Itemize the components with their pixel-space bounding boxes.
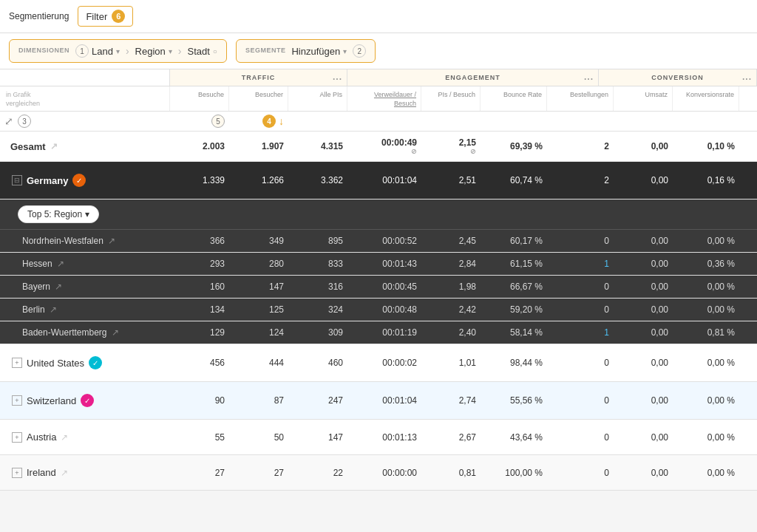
country-alle-pis: 247 — [288, 389, 347, 412]
country-dot: ✓ — [81, 394, 94, 407]
hinzufugen-chevron: ▾ — [343, 47, 347, 55]
country-row: + Austria ↗ 55 50 147 00:01:13 2,67 43,6… — [0, 420, 757, 455]
country-expand[interactable]: + — [12, 395, 22, 406]
col-konversionsrate[interactable]: Konversionsrate — [673, 86, 739, 111]
country-trend[interactable]: ↗ — [61, 468, 68, 478]
country-trend[interactable]: ↗ — [61, 432, 68, 443]
country-konversionsrate: 0,00 % — [673, 352, 739, 374]
region-verweildauer: 00:01:43 — [347, 253, 421, 275]
country-pis-besuch: 1,01 — [421, 352, 481, 374]
data-table: TRAFFIC ··· ENGAGEMENT ··· CONVERSION ··… — [0, 69, 757, 491]
gesamt-label-cell: Gesamt ↗ — [0, 135, 170, 158]
region-verweildauer: 00:01:19 — [347, 321, 421, 344]
group-header-empty — [0, 69, 170, 86]
region-trend[interactable]: ↗ — [55, 282, 62, 292]
dimensions-inner: 1 Land ▾ › Region ▾ › Stadt ○ — [75, 44, 217, 58]
germany-row: ⊟ Germany ✓ 1.339 1.266 3.362 00:01:04 2… — [0, 162, 757, 200]
country-alle-pis: 147 — [288, 426, 347, 449]
empty-sort-2 — [347, 112, 421, 131]
gesamt-pis-besuch: 2,15 ⊘ — [421, 132, 481, 161]
col-bounce-rate[interactable]: Bounce Rate — [481, 86, 547, 111]
germany-expand[interactable]: ⊟ — [12, 175, 22, 185]
traffic-dots[interactable]: ··· — [333, 74, 342, 84]
col-umsatz[interactable]: Umsatz — [614, 86, 673, 111]
col-besuche[interactable]: Besuche — [170, 86, 229, 111]
region-pis-besuch: 1,98 — [421, 276, 481, 298]
gesamt-bounce-rate: 69,39 % — [481, 135, 547, 157]
group-header-row: TRAFFIC ··· ENGAGEMENT ··· CONVERSION ··… — [0, 69, 757, 86]
country-besuche: 55 — [170, 426, 229, 449]
region-row: Hessen ↗ 293 280 833 00:01:43 2,84 61,15… — [0, 253, 757, 276]
segment-num: 2 — [353, 44, 366, 58]
expand-icon[interactable]: ⤢ — [4, 115, 13, 127]
conversion-dots[interactable]: ··· — [742, 74, 752, 84]
dimension-land[interactable]: 1 Land ▾ — [75, 44, 120, 58]
country-expand[interactable]: + — [12, 358, 22, 368]
gesamt-trend[interactable]: ↗ — [50, 141, 58, 151]
region-besucher: 124 — [229, 321, 288, 344]
region-alle-pis: 833 — [288, 253, 347, 275]
region-pis-besuch: 2,40 — [421, 321, 481, 344]
traffic-label: TRAFFIC — [242, 74, 276, 81]
region-row: Bayern ↗ 160 147 316 00:00:45 1,98 66,67… — [0, 276, 757, 299]
top-bar: Segmentierung Filter 6 — [0, 0, 757, 33]
country-row: + Ireland ↗ 27 27 22 00:00:00 0,81 100,0… — [0, 455, 757, 491]
region-trend[interactable]: ↗ — [50, 304, 57, 315]
other-countries: + United States ✓ 456 444 460 00:00:02 1… — [0, 344, 757, 491]
col-pis-besuch[interactable]: PIs / Besuch — [421, 86, 481, 111]
engagement-dots[interactable]: ··· — [584, 74, 594, 84]
country-verweildauer: 00:00:00 — [347, 462, 421, 484]
region-chevron: ▾ — [169, 47, 172, 55]
region-name: Bayern — [22, 282, 50, 292]
region-trend[interactable]: ↗ — [112, 327, 119, 338]
sort-badge-4: 4 ↓ — [262, 115, 284, 128]
col-verweildauer[interactable]: Verweildauer /Besuch — [347, 86, 421, 111]
germany-konversionsrate: 0,16 % — [673, 169, 739, 191]
region-pis-besuch: 2,42 — [421, 299, 481, 321]
sort-badge-5: 5 — [211, 115, 225, 128]
country-bounce-rate: 43,64 % — [481, 426, 547, 449]
region-konversionsrate: 0,00 % — [673, 299, 739, 321]
sort-cell: 5 — [170, 112, 229, 131]
country-bestellungen: 0 — [547, 389, 614, 412]
region-besucher: 125 — [229, 299, 288, 321]
dimension-region[interactable]: Region ▾ — [135, 46, 172, 57]
region-bestellungen: 0 — [547, 276, 614, 298]
region-alle-pis: 895 — [288, 230, 347, 252]
stadt-label: Stadt — [187, 46, 209, 57]
col-bestellungen[interactable]: Bestellungen — [547, 86, 614, 111]
region-verweildauer: 00:00:52 — [347, 230, 421, 252]
country-expand[interactable]: + — [12, 468, 22, 478]
sort-down-arrow[interactable]: ↓ — [279, 115, 284, 127]
expand-sort-row: ⤢ 3 5 4 ↓ — [0, 112, 757, 132]
col-header-row: in Grafikvergleichen Besuche Besucher Al… — [0, 86, 757, 112]
col-besucher[interactable]: Besucher — [229, 86, 288, 111]
dimension-stadt[interactable]: Stadt ○ — [187, 46, 217, 57]
region-name: Baden-Wuerttemberg — [22, 327, 107, 338]
land-label: Land — [92, 46, 113, 57]
region-name: Berlin — [22, 304, 45, 315]
region-besuche: 160 — [170, 276, 229, 298]
country-bounce-rate: 55,56 % — [481, 389, 547, 412]
country-umsatz: 0,00 — [614, 389, 673, 412]
region-trend[interactable]: ↗ — [108, 236, 115, 246]
country-expand[interactable]: + — [12, 432, 22, 443]
segments-label: SEGMENTE — [245, 47, 286, 54]
gesamt-verweildauer: 00:00:49 ⊘ — [347, 132, 421, 161]
region-selector-button[interactable]: Top 5: Region ▾ — [18, 205, 99, 223]
empty-sort-1 — [288, 112, 347, 131]
region-konversionsrate: 0,00 % — [673, 276, 739, 298]
group-header-traffic: TRAFFIC ··· — [170, 69, 347, 86]
col-alle-pis[interactable]: Alle PIs — [288, 86, 347, 111]
region-trend[interactable]: ↗ — [57, 259, 64, 269]
hinzufugen-button[interactable]: Hinzufügen ▾ — [291, 46, 347, 57]
dimensions-label: DIMENSIONEN — [18, 47, 69, 54]
filter-button[interactable]: Filter 6 — [78, 6, 133, 27]
region-umsatz: 0,00 — [614, 321, 673, 344]
region-konversionsrate: 0,36 % — [673, 253, 739, 275]
region-label-cell: Nordrhein-Westfalen ↗ — [0, 230, 170, 252]
region-bounce-rate: 66,67 % — [481, 276, 547, 298]
country-row: + United States ✓ 456 444 460 00:00:02 1… — [0, 344, 757, 382]
land-num: 1 — [75, 44, 89, 58]
region-besucher: 280 — [229, 253, 288, 275]
